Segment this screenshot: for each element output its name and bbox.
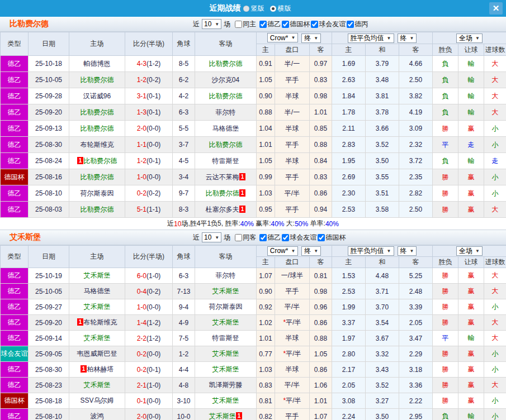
home-team-name: 波鸿 bbox=[91, 412, 104, 420]
col-away: 客场 bbox=[195, 246, 257, 268]
corner-cell: 8-5 bbox=[173, 56, 195, 72]
near-label: 近 bbox=[193, 233, 200, 242]
home-team-cell: 艾禾斯堡 bbox=[69, 299, 125, 315]
avg-home-cell: 2.63 bbox=[332, 72, 366, 88]
radio-unselected-icon[interactable] bbox=[243, 6, 249, 12]
corner-cell: 6-3 bbox=[173, 268, 195, 284]
away-team-name: 比勒费尔德 bbox=[206, 189, 239, 197]
checkbox-德国杯[interactable] bbox=[282, 21, 289, 28]
col-type: 类型 bbox=[1, 246, 29, 268]
handicap-cell: *平/半 bbox=[275, 393, 310, 409]
avg-odds-dropdown[interactable]: 胜平负均值▼ bbox=[348, 246, 394, 256]
red-card-badge: 1 bbox=[239, 189, 246, 197]
halftime-score: (1-0) bbox=[146, 381, 160, 389]
avg-home-cell: 3.08 bbox=[332, 393, 366, 409]
result-handicap-cell: 赢 bbox=[458, 202, 484, 218]
home-team-cell: 波鸿 bbox=[69, 409, 125, 420]
col-result-handicap: 让球 bbox=[458, 44, 484, 56]
close-icon[interactable]: ✕ bbox=[489, 2, 503, 15]
avg-home-cell: 2.30 bbox=[332, 185, 366, 202]
avg-home-cell: 1.53 bbox=[332, 268, 366, 284]
odds-final-dropdown[interactable]: 终▼ bbox=[301, 246, 321, 256]
filter-checkbox-item[interactable]: 德丙 bbox=[347, 20, 368, 29]
date-cell: 25-10-19 bbox=[29, 268, 69, 284]
result-winloss-cell: 勝 bbox=[433, 362, 458, 378]
fulltime-score: 1-4 bbox=[137, 319, 146, 327]
filter-checkbox-item[interactable]: 同客 bbox=[235, 233, 256, 242]
home-team-name: 艾禾斯堡 bbox=[84, 303, 111, 311]
checkbox-同客[interactable] bbox=[235, 234, 242, 241]
checkbox-德乙[interactable] bbox=[259, 21, 267, 28]
avg-header-cell: 胜平负均值▼终▼ bbox=[332, 246, 433, 257]
filter-checkbox-item[interactable]: 球会友谊 bbox=[282, 233, 316, 242]
result-goals-cell: 小 bbox=[484, 137, 506, 153]
fulltime-dropdown[interactable]: 全场▼ bbox=[456, 34, 483, 43]
table-row: 德乙25-08-10荷尔斯泰因0-2(0-2)9-7比勒费尔德11.03平/半0… bbox=[1, 185, 506, 202]
result-handicap-cell: 赢 bbox=[458, 315, 484, 331]
table-row: 德乙25-08-241比勒费尔德1-2(0-1)4-5特雷斯登1.05半球0.8… bbox=[1, 153, 506, 169]
odds-away-cell: 0.98 bbox=[310, 88, 332, 104]
result-goals-cell: 小 bbox=[484, 362, 506, 378]
filter-checkbox-item[interactable]: 德国杯 bbox=[318, 233, 346, 242]
avg-final-dropdown[interactable]: 终▼ bbox=[398, 246, 417, 256]
checkbox-同主[interactable] bbox=[235, 21, 242, 28]
home-team-cell: 1比勒费尔德 bbox=[69, 153, 125, 169]
handicap-text: 半球 bbox=[286, 157, 299, 165]
filter-checkbox-item[interactable]: 德乙 bbox=[259, 20, 281, 29]
home-team-name: 比勒费尔德 bbox=[81, 108, 114, 116]
home-team-cell: 布轮斯维克 bbox=[69, 137, 125, 153]
odds-away-cell: 0.81 bbox=[310, 268, 332, 284]
date-cell: 25-08-18 bbox=[29, 393, 69, 409]
avg-odds-dropdown[interactable]: 胜平负均值▼ bbox=[348, 34, 394, 43]
filter-checkbox-item[interactable]: 德国杯 bbox=[282, 20, 310, 29]
odds-header-cell: Crow*▼终▼ bbox=[257, 32, 332, 44]
avg-draw-cell: 3.52 bbox=[366, 137, 399, 153]
checkbox-球会友谊[interactable] bbox=[282, 234, 289, 241]
filter-checkbox-item[interactable]: 同主 bbox=[235, 20, 256, 29]
halftime-score: (0-2) bbox=[146, 189, 160, 197]
col-away: 客场 bbox=[195, 32, 257, 56]
result-winloss-cell: 負 bbox=[433, 409, 458, 420]
home-team-name: 艾禾斯堡 bbox=[84, 271, 111, 279]
away-team-cell: 比勒费尔德 bbox=[195, 56, 257, 72]
checkbox-德乙[interactable] bbox=[259, 234, 267, 241]
handicap-text: 平手 bbox=[286, 141, 299, 149]
fulltime-score: 1-3 bbox=[137, 108, 146, 116]
result-winloss-cell: 負 bbox=[433, 72, 458, 88]
summary-segment: 40% bbox=[271, 220, 284, 228]
checkbox-德丙[interactable] bbox=[347, 21, 354, 28]
odds-home-cell: 1.05 bbox=[257, 153, 275, 169]
odds-away-cell: 0.85 bbox=[310, 121, 332, 137]
games-count-select[interactable]: 10▼ bbox=[202, 19, 221, 29]
checkbox-德国杯[interactable] bbox=[318, 234, 325, 241]
odds-source-dropdown[interactable]: Crow*▼ bbox=[267, 33, 299, 42]
radio-selected-icon[interactable] bbox=[270, 6, 276, 12]
date-cell: 25-09-28 bbox=[29, 88, 69, 104]
games-count-select[interactable]: 10▼ bbox=[202, 232, 221, 242]
away-team-cell: 艾禾斯堡 bbox=[195, 284, 257, 299]
fulltime-dropdown[interactable]: 全场▼ bbox=[456, 246, 483, 256]
col-avg-draw: 和 bbox=[366, 257, 399, 268]
odds-home-cell: 0.83 bbox=[257, 378, 275, 393]
checkbox-球会友谊[interactable] bbox=[311, 21, 318, 28]
odds-source-dropdown[interactable]: Crow*▼ bbox=[267, 246, 299, 256]
avg-final-dropdown[interactable]: 终▼ bbox=[398, 34, 417, 43]
result-goals-cell: 大 bbox=[484, 56, 506, 72]
summary-segment: 50% bbox=[295, 220, 308, 228]
filter-controls: 近 10▼ 场 同客德乙球会友谊德国杯 bbox=[193, 232, 347, 242]
col-odds-away: 客 bbox=[310, 44, 332, 56]
radio-vertical-layout[interactable]: 竖版 bbox=[243, 4, 264, 13]
filter-checkbox-item[interactable]: 德乙 bbox=[259, 233, 281, 242]
odds-final-dropdown[interactable]: 终▼ bbox=[301, 34, 321, 43]
avg-home-cell: 1.99 bbox=[332, 299, 366, 315]
league-type-cell: 德乙 bbox=[1, 104, 29, 121]
avg-draw-cell: 3.55 bbox=[366, 169, 399, 185]
col-result-winloss: 胜负 bbox=[433, 44, 458, 56]
fulltime-score: 4-3 bbox=[137, 60, 146, 68]
avg-away-cell: 3.82 bbox=[399, 88, 433, 104]
filter-checkbox-item[interactable]: 球会友谊 bbox=[311, 20, 346, 29]
fulltime-score: 1-1 bbox=[137, 141, 146, 149]
radio-horizontal-layout[interactable]: 横版 bbox=[270, 4, 291, 13]
away-team-cell: 艾禾斯堡 bbox=[195, 362, 257, 378]
handicap-cell: *平/半 bbox=[275, 315, 310, 331]
